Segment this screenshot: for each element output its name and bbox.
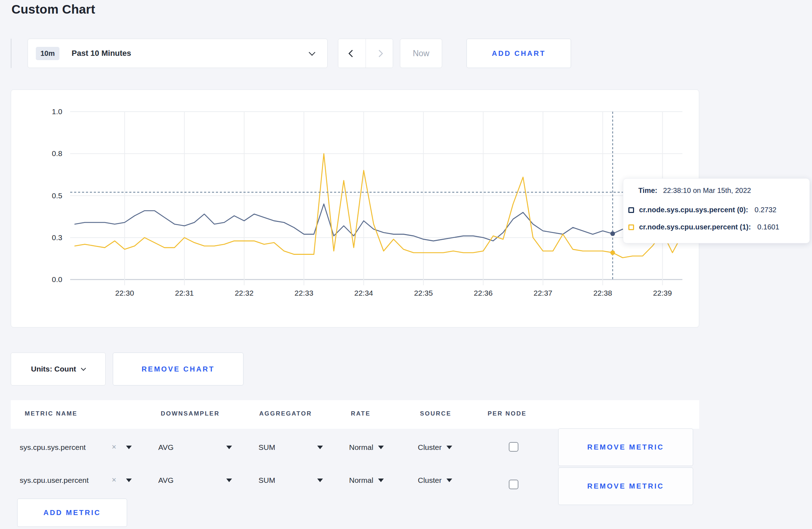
svg-text:22:38: 22:38 <box>593 289 612 297</box>
now-button[interactable]: Now <box>400 39 442 68</box>
tooltip-time-label: Time: <box>638 186 657 195</box>
clear-metric-icon[interactable]: × <box>112 442 116 452</box>
svg-text:22:36: 22:36 <box>474 289 493 297</box>
sys-series-swatch-icon <box>628 207 634 213</box>
tooltip-series-label: cr.node.sys.cpu.user.percent (1): <box>639 223 751 231</box>
tooltip-time-value: 22:38:10 on Mar 15th, 2022 <box>663 186 751 195</box>
rate-caret-icon <box>378 479 384 482</box>
downsampler-select[interactable]: AVG <box>158 443 174 452</box>
aggregator-caret-icon[interactable] <box>317 446 323 449</box>
source-select[interactable]: Cluster <box>418 476 452 485</box>
col-metric-name: METRIC NAME <box>25 410 77 417</box>
custom-chart-page: Custom Chart 10m Past 10 Minutes Now ADD… <box>0 0 812 529</box>
svg-text:22:32: 22:32 <box>235 289 254 297</box>
svg-text:0.3: 0.3 <box>52 233 62 242</box>
time-window-label: Past 10 Minutes <box>72 49 131 58</box>
downsampler-caret-icon[interactable] <box>226 446 232 449</box>
aggregator-select[interactable]: SUM <box>258 443 275 452</box>
col-source: SOURCE <box>420 410 451 417</box>
toolbar-divider <box>11 39 11 68</box>
col-per-node: PER NODE <box>488 410 527 417</box>
chevron-right-icon <box>376 49 383 57</box>
remove-metric-button[interactable]: REMOVE METRIC <box>558 467 693 505</box>
source-select[interactable]: Cluster <box>418 443 452 452</box>
prev-time-button[interactable] <box>338 39 366 68</box>
svg-text:22:39: 22:39 <box>653 289 672 297</box>
per-node-checkbox[interactable] <box>509 480 518 489</box>
metric-name-value[interactable]: sys.cpu.user.percent <box>20 476 89 485</box>
metric-dropdown-caret-icon[interactable] <box>126 446 132 449</box>
add-chart-button[interactable]: ADD CHART <box>467 39 571 68</box>
rate-select[interactable]: Normal <box>349 476 384 485</box>
units-select[interactable]: Units: Count <box>11 353 106 385</box>
tooltip-series-row: cr.node.sys.cpu.sys.percent (0): 0.2732 <box>628 206 777 214</box>
clear-metric-icon[interactable]: × <box>112 475 116 485</box>
downsampler-caret-icon[interactable] <box>226 479 232 482</box>
svg-text:22:31: 22:31 <box>175 289 194 297</box>
aggregator-caret-icon[interactable] <box>317 479 323 482</box>
tooltip-series-value: 0.2732 <box>755 206 777 214</box>
tooltip-series-value: 0.1601 <box>757 223 779 231</box>
svg-text:22:37: 22:37 <box>533 289 552 297</box>
tooltip-time-row: Time: 22:38:10 on Mar 15th, 2022 <box>638 186 751 195</box>
svg-text:22:33: 22:33 <box>295 289 314 297</box>
add-metric-button[interactable]: ADD METRIC <box>17 499 127 527</box>
svg-text:22:34: 22:34 <box>354 289 373 297</box>
cpu-usage-chart[interactable]: 0.00.30.50.81.022:3022:3122:3222:3322:34… <box>11 90 699 327</box>
col-rate: RATE <box>351 410 371 417</box>
chevron-left-icon <box>348 49 356 57</box>
aggregator-select[interactable]: SUM <box>258 476 275 485</box>
source-caret-icon <box>446 446 452 449</box>
time-range-select[interactable]: 10m Past 10 Minutes <box>28 39 328 68</box>
svg-text:22:35: 22:35 <box>414 289 433 297</box>
chevron-down-icon <box>309 49 315 55</box>
svg-text:1.0: 1.0 <box>52 107 62 116</box>
time-pager <box>338 39 393 68</box>
time-window-badge: 10m <box>36 47 59 60</box>
chevron-down-icon <box>81 366 86 371</box>
metric-name-value[interactable]: sys.cpu.sys.percent <box>20 443 86 452</box>
per-node-checkbox[interactable] <box>509 442 518 452</box>
col-aggregator: AGGREGATOR <box>259 410 312 417</box>
rate-select[interactable]: Normal <box>349 443 384 452</box>
tooltip-series-label: cr.node.sys.cpu.sys.percent (0): <box>639 206 748 214</box>
next-time-button[interactable] <box>366 39 393 68</box>
chart-tooltip: Time: 22:38:10 on Mar 15th, 2022 cr.node… <box>623 178 810 243</box>
metric-dropdown-caret-icon[interactable] <box>126 479 132 482</box>
svg-text:22:30: 22:30 <box>115 289 134 297</box>
tooltip-series-row: cr.node.sys.cpu.user.percent (1): 0.1601 <box>628 223 779 231</box>
downsampler-select[interactable]: AVG <box>158 476 174 485</box>
remove-metric-button[interactable]: REMOVE METRIC <box>558 428 693 466</box>
source-caret-icon <box>446 479 452 482</box>
remove-chart-button[interactable]: REMOVE CHART <box>113 353 243 385</box>
svg-text:0.5: 0.5 <box>52 191 62 200</box>
col-downsampler: DOWNSAMPLER <box>161 410 219 417</box>
svg-text:0.0: 0.0 <box>52 275 62 283</box>
user-series-swatch-icon <box>628 224 634 230</box>
chart-card: 0.00.30.50.81.022:3022:3122:3222:3322:34… <box>11 89 699 327</box>
page-title: Custom Chart <box>11 2 95 16</box>
svg-text:0.8: 0.8 <box>52 149 62 157</box>
rate-caret-icon <box>378 446 384 449</box>
metrics-table-header: METRIC NAME DOWNSAMPLER AGGREGATOR RATE … <box>11 400 699 429</box>
